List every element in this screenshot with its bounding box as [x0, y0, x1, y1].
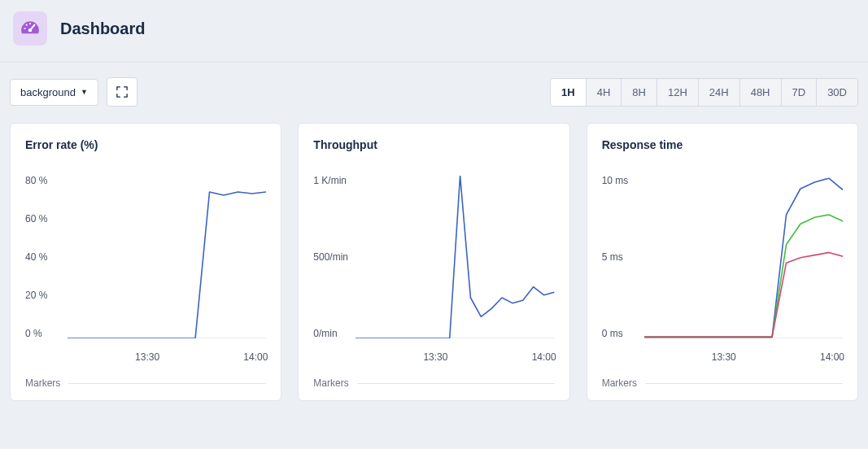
markers-divider — [68, 383, 266, 384]
y-tick: 60 % — [25, 214, 68, 224]
error-rate-chart[interactable]: 80 %60 %40 %20 %0 % 13:30 14:00 — [25, 176, 266, 363]
markers-label: Markers — [313, 377, 348, 389]
markers-row: Markers — [602, 377, 843, 389]
markers-row: Markers — [313, 377, 554, 389]
x-tick: 14:00 — [243, 351, 268, 363]
svg-point-2 — [24, 28, 25, 29]
x-axis: 13:30 14:00 — [355, 351, 554, 363]
page-title: Dashboard — [60, 20, 145, 38]
y-tick: 0 ms — [602, 329, 644, 338]
page-header: Dashboard — [0, 0, 868, 63]
y-tick: 0/min — [313, 329, 355, 338]
x-tick: 13:30 — [423, 351, 447, 363]
y-tick: 1 K/min — [313, 176, 355, 185]
fullscreen-button[interactable] — [107, 77, 137, 107]
throughput-chart[interactable]: 1 K/min500/min0/min 13:30 14:00 — [313, 176, 554, 363]
scope-dropdown-label: background — [20, 86, 76, 98]
scope-dropdown[interactable]: background ▼ — [10, 79, 98, 106]
x-axis: 13:30 14:00 — [68, 351, 266, 363]
y-tick: 5 ms — [602, 252, 644, 262]
y-tick: 20 % — [25, 290, 68, 300]
svg-point-4 — [29, 23, 31, 24]
card-title: Throughput — [313, 138, 554, 151]
y-tick: 80 % — [25, 176, 68, 185]
response-time-chart[interactable]: 10 ms5 ms0 ms 13:30 14:00 — [602, 176, 843, 363]
markers-row: Markers — [25, 377, 266, 389]
y-axis: 1 K/min500/min0/min — [313, 176, 355, 338]
time-range-24h[interactable]: 24H — [699, 79, 740, 106]
y-tick: 500/min — [313, 252, 355, 262]
time-range-4h[interactable]: 4H — [587, 79, 622, 106]
card-title: Error rate (%) — [25, 138, 266, 151]
x-axis: 13:30 14:00 — [644, 351, 843, 363]
toolbar: background ▼ 1H4H8H12H24H48H7D30D — [0, 63, 868, 107]
time-range-8h[interactable]: 8H — [622, 79, 657, 106]
y-tick: 0 % — [25, 329, 68, 338]
svg-point-3 — [26, 24, 28, 26]
time-range-1h[interactable]: 1H — [551, 79, 587, 106]
markers-divider — [645, 383, 843, 384]
chevron-down-icon: ▼ — [81, 88, 88, 96]
x-tick: 13:30 — [712, 351, 736, 363]
time-range-7d[interactable]: 7D — [782, 79, 818, 106]
time-range-12h[interactable]: 12H — [657, 79, 699, 106]
card-title: Response time — [602, 138, 843, 151]
response-time-card: Response time 10 ms5 ms0 ms 13:30 14:00 … — [587, 123, 858, 401]
y-axis: 80 %60 %40 %20 %0 % — [25, 176, 68, 338]
time-range-selector: 1H4H8H12H24H48H7D30D — [550, 78, 858, 107]
markers-label: Markers — [25, 377, 60, 389]
x-tick: 14:00 — [820, 351, 844, 363]
dashboard-icon — [13, 11, 47, 46]
y-axis: 10 ms5 ms0 ms — [602, 176, 644, 338]
markers-divider — [357, 383, 555, 384]
y-tick: 40 % — [25, 252, 68, 262]
error-rate-card: Error rate (%) 80 %60 %40 %20 %0 % 13:30… — [10, 123, 281, 401]
throughput-card: Throughput 1 K/min500/min0/min 13:30 14:… — [298, 123, 569, 401]
time-range-30d[interactable]: 30D — [817, 79, 857, 106]
x-tick: 14:00 — [532, 351, 556, 363]
time-range-48h[interactable]: 48H — [740, 79, 782, 106]
fullscreen-icon — [116, 86, 128, 98]
y-tick: 10 ms — [602, 176, 644, 185]
x-tick: 13:30 — [135, 351, 159, 363]
markers-label: Markers — [602, 377, 637, 389]
